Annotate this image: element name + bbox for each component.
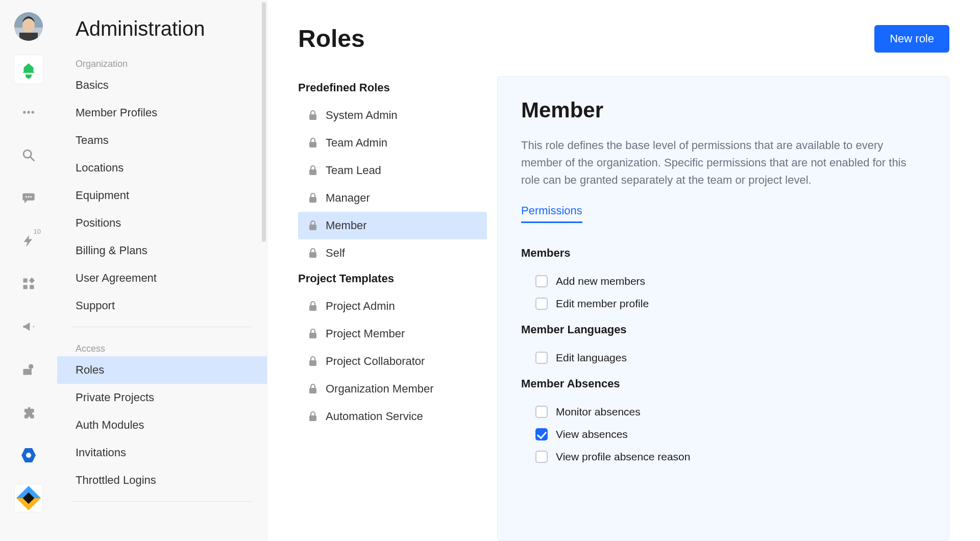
role-item-member[interactable]: Member [298, 212, 487, 239]
role-item-label: Manager [326, 191, 370, 205]
nav-billing[interactable]: Billing & Plans [57, 237, 267, 264]
svg-rect-15 [29, 278, 35, 284]
permission-label: Edit member profile [556, 298, 649, 310]
nav-member-profiles[interactable]: Member Profiles [57, 99, 267, 127]
role-item-label: System Admin [326, 109, 398, 122]
nav-private-projects[interactable]: Private Projects [57, 384, 267, 411]
role-item-label: Project Member [326, 327, 405, 340]
permission-section-member-languages: Member Languages [521, 323, 925, 336]
nav-invitations[interactable]: Invitations [57, 439, 267, 466]
apps-icon [21, 277, 36, 291]
svg-point-17 [29, 364, 33, 369]
permission-row-add-new-members: Add new members [521, 270, 925, 292]
role-item-self[interactable]: Self [298, 239, 487, 267]
tab-permissions[interactable]: Permissions [521, 204, 582, 223]
role-item-team-lead[interactable]: Team Lead [298, 157, 487, 184]
chat-button[interactable] [14, 184, 43, 212]
avatar[interactable] [14, 12, 43, 41]
nav-teams[interactable]: Teams [57, 127, 267, 154]
permission-checkbox[interactable] [535, 428, 548, 440]
team-icon [21, 362, 36, 377]
activity-badge: 10 [34, 228, 41, 235]
role-group-predefined: Predefined Roles [298, 76, 487, 102]
nav-basics[interactable]: Basics [57, 71, 267, 99]
apps-button[interactable] [14, 269, 43, 298]
svg-rect-28 [309, 415, 316, 421]
nav-equipment[interactable]: Equipment [57, 182, 267, 209]
settings-button[interactable] [14, 441, 43, 470]
permission-row-monitor-absences: Monitor absences [521, 401, 925, 423]
svg-point-11 [30, 196, 32, 198]
main-header: Roles New role [298, 24, 949, 53]
role-item-label: Member [326, 219, 367, 232]
lock-icon [308, 329, 317, 339]
search-button[interactable] [14, 141, 43, 169]
svg-rect-3 [19, 33, 38, 41]
nav-auth-modules[interactable]: Auth Modules [57, 411, 267, 439]
nav-positions[interactable]: Positions [57, 209, 267, 237]
nav-locations[interactable]: Locations [57, 154, 267, 182]
role-item-label: Team Lead [326, 164, 381, 177]
svg-rect-14 [30, 285, 34, 289]
svg-point-6 [31, 111, 34, 113]
role-item-automation-service[interactable]: Automation Service [298, 403, 487, 430]
sidebar-title: Administration [57, 17, 267, 50]
permission-label: View absences [556, 428, 628, 440]
lock-icon [308, 356, 317, 366]
svg-rect-18 [309, 114, 316, 120]
lock-icon [308, 220, 317, 231]
role-item-label: Project Collaborator [326, 355, 425, 368]
permission-row-edit-languages: Edit languages [521, 347, 925, 369]
permission-row-view-profile-absence-reason: View profile absence reason [521, 446, 925, 468]
permission-section-member-absences: Member Absences [521, 377, 925, 390]
svg-rect-20 [309, 169, 316, 175]
search-icon [21, 148, 36, 162]
nav-support[interactable]: Support [57, 292, 267, 319]
role-item-project-admin[interactable]: Project Admin [298, 292, 487, 320]
nav-throttled-logins[interactable]: Throttled Logins [57, 466, 267, 494]
role-item-label: Self [326, 247, 345, 260]
svg-rect-23 [309, 252, 316, 258]
role-item-project-collaborator[interactable]: Project Collaborator [298, 348, 487, 375]
sidebar-divider [71, 327, 253, 327]
role-group-project-templates: Project Templates [298, 267, 487, 292]
more-button[interactable] [14, 98, 43, 127]
activity-button[interactable]: 10 [14, 227, 43, 255]
permission-checkbox[interactable] [535, 451, 548, 463]
nav-roles[interactable]: Roles [57, 356, 267, 384]
role-item-project-member[interactable]: Project Member [298, 320, 487, 348]
nav-user-agreement[interactable]: User Agreement [57, 264, 267, 292]
app-logo[interactable] [14, 484, 43, 512]
lock-icon [308, 248, 317, 258]
permission-checkbox[interactable] [535, 406, 548, 418]
svg-line-8 [31, 157, 34, 161]
svg-point-2 [22, 18, 35, 33]
left-rail: 10 [0, 0, 57, 541]
role-detail-description: This role defines the base level of perm… [521, 137, 925, 189]
megaphone-icon [21, 319, 36, 334]
roles-list: Predefined Roles System AdminTeam AdminT… [298, 76, 487, 541]
notifications-button[interactable] [14, 55, 43, 84]
new-role-button[interactable]: New role [874, 25, 949, 53]
permission-checkbox[interactable] [535, 275, 548, 287]
lock-icon [308, 110, 317, 120]
main-content: Roles New role Predefined Roles System A… [267, 0, 980, 541]
svg-rect-21 [309, 197, 316, 203]
svg-point-9 [26, 196, 27, 198]
role-item-label: Project Admin [326, 300, 395, 313]
team-button[interactable] [14, 355, 43, 384]
permission-checkbox[interactable] [535, 352, 548, 364]
role-item-system-admin[interactable]: System Admin [298, 102, 487, 129]
role-item-organization-member[interactable]: Organization Member [298, 375, 487, 403]
role-item-manager[interactable]: Manager [298, 184, 487, 212]
sidebar-section-organization: Organization [57, 50, 267, 71]
extensions-button[interactable] [14, 398, 43, 427]
role-item-team-admin[interactable]: Team Admin [298, 129, 487, 157]
lock-icon [308, 165, 317, 176]
permission-row-edit-member-profile: Edit member profile [521, 292, 925, 315]
announcements-button[interactable] [14, 312, 43, 341]
chat-icon [21, 191, 36, 205]
permission-checkbox[interactable] [535, 298, 548, 310]
sidebar-scrollbar[interactable] [262, 2, 266, 242]
svg-point-4 [23, 111, 26, 113]
